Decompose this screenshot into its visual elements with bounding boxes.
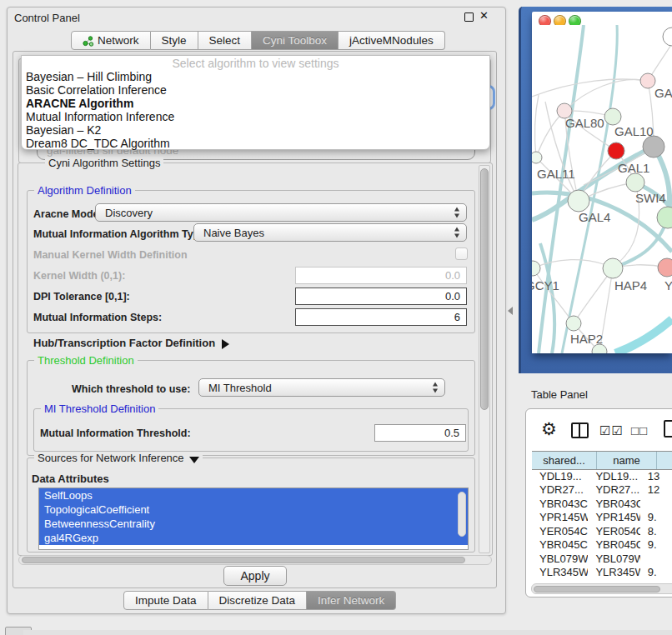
network-node-swi4[interactable] [657,207,672,228]
column-header-shared[interactable]: shared... [532,452,597,469]
mi-threshold-field[interactable]: 0.5 [374,424,466,442]
table-cell: YIL052C [532,579,588,582]
column-header-name[interactable]: name [597,452,657,469]
apply-button[interactable]: Apply [223,566,287,586]
table-row[interactable]: YLR345WYLR345W9. [532,566,672,580]
tab-label: Impute Data [135,594,197,607]
network-node-unlabeled[interactable] [643,136,664,158]
column-header-a[interactable]: A [657,452,672,469]
table-row[interactable]: YBR045CYBR045C9. [532,538,672,552]
table-hscrollbar-thumb[interactable] [534,586,660,592]
table-panel: ⚙ ☑☑ □□ shared...nameA YDL19...YDL19...1… [525,408,672,598]
kernel-width-label: Kernel Width (0,1): [33,270,125,282]
node-label-gal1: GAL1 [618,161,649,175]
algorithm-option-mutual-information-inference[interactable]: Mutual Information Inference [22,110,489,123]
table-row[interactable]: YBL079WYBL079W [532,552,672,566]
dpi-tolerance-field[interactable]: 0.0 [295,288,467,305]
tab-discretize-data[interactable]: Discretize Data [208,591,308,610]
mi-type-label: Mutual Information Algorithm Type: [33,228,208,240]
popup-placeholder: Select algorithm to view settings [22,57,489,70]
columns-icon[interactable] [571,422,589,438]
network-canvas[interactable]: GALGAL80GAL10GAL1GAL11SWI4GAL4GCY1HAP4YH… [532,25,672,353]
kernel-width-field[interactable]: 0.0 [295,267,467,284]
unchecked-pair-icon[interactable]: □□ [631,423,648,438]
node-label-gal4: GAL4 [579,210,610,224]
control-panel: Control Panel ✕ NetworkStyleSelectCyni T… [7,7,506,614]
mi-steps-field[interactable]: 6 [295,308,467,326]
table-row[interactable]: YER054CYER054C8. [532,524,672,538]
mi-type-combo[interactable]: Naive Bayes [193,223,467,242]
network-node-unlabeled[interactable] [663,28,672,46]
tab-select[interactable]: Select [198,31,253,50]
table-cell: YDL19... [588,469,639,483]
network-node-gal4[interactable] [568,190,589,212]
cyni-bottom-tabs: Impute DataDiscretize DataInfer Network [123,591,396,610]
aracne-mode-combo[interactable]: Discovery [95,203,467,222]
network-node-unlabeled[interactable] [608,142,624,159]
tab-impute-data[interactable]: Impute Data [123,591,208,610]
settings-group-title: Cyni Algorithm Settings [45,157,163,169]
network-node-gal[interactable] [640,73,655,88]
float-window-icon[interactable] [464,12,474,22]
network-node-gcy1[interactable] [532,261,540,276]
network-node-y[interactable] [658,258,672,277]
gear-icon[interactable]: ⚙ [541,419,557,439]
which-threshold-combo[interactable]: MI Threshold [198,378,445,397]
sources-title[interactable]: Sources for Network Inference [34,452,203,464]
collapsed-arrow-icon [222,339,229,349]
attribute-item-betweennesscentrality[interactable]: BetweennessCentrality [39,517,468,531]
table-row[interactable]: YDL19...YDL19...13 [532,469,672,483]
table-row[interactable]: YDR27...YDR27...12 [532,483,672,498]
tab-label: Style [162,34,187,47]
table-row[interactable]: YIL052CYIL052C9. [532,579,672,582]
document-icon[interactable] [664,420,672,438]
settings-scrollbar[interactable] [479,165,490,553]
settings-hscrollbar[interactable] [18,555,492,565]
algorithm-dropdown-list: Select algorithm to view settingsBayesia… [21,55,490,150]
table-cell [640,497,672,511]
attribute-item-topologicalcoefficient[interactable]: TopologicalCoefficient [39,502,468,517]
close-icon[interactable]: ✕ [479,9,489,22]
manual-kernel-checkbox[interactable] [455,248,468,260]
network-node-gal1[interactable] [626,173,644,192]
table-cell: YER054C [588,524,639,538]
node-label-gcy1: GCY1 [532,278,559,292]
algorithm-option-basic-correlation-inference[interactable]: Basic Correlation Inference [22,83,489,97]
table-cell: YPR145W [588,511,639,525]
tab-jactivemnodules[interactable]: jActiveMNodules [339,31,445,50]
attributes-scrollbar-thumb[interactable] [458,492,466,537]
table-cell: YBR043C [588,497,639,511]
hub-definition-toggle[interactable]: Hub/Transcription Factor Definition [33,337,229,349]
tab-cyni-toolbox[interactable]: Cyni Toolbox [252,31,339,50]
algorithm-option-bayesian-hill-climbing[interactable]: Bayesian – Hill Climbing [22,70,489,83]
table-row[interactable]: YBR043CYBR043C [532,497,672,511]
dpi-tolerance-label: DPI Tolerance [0,1]: [33,291,130,302]
table-hscrollbar[interactable] [531,583,672,594]
algorithm-option-aracne-algorithm[interactable]: ARACNE Algorithm [22,97,489,110]
tab-style[interactable]: Style [151,31,198,50]
table-cell: YIL052C [588,579,639,582]
threshold-definition-title: Threshold Definition [34,354,138,367]
tab-infer-network[interactable]: Infer Network [307,591,396,610]
attribute-item-selfloops[interactable]: SelfLoops [39,488,468,502]
table-cell: YDL19... [532,469,588,483]
algorithm-option-bayesian-k2[interactable]: Bayesian – K2 [22,123,489,137]
network-node-hap2[interactable] [566,316,581,331]
table-cell: 9. [640,511,672,525]
settings-scrollbar-thumb[interactable] [480,168,489,410]
network-node-gal11[interactable] [532,152,542,163]
aracne-mode-value: Discovery [105,207,153,219]
tab-network[interactable]: Network [71,31,151,50]
algorithm-option-dream8-dc-tdc-algorithm[interactable]: Dream8 DC_TDC Algorithm [22,137,489,150]
data-attributes-list[interactable]: SelfLoopsTopologicalCoefficientBetweenne… [38,488,469,550]
split-pane-collapse-icon[interactable] [508,307,513,315]
mi-type-value: Naive Bayes [203,227,264,239]
network-node-hap4[interactable] [603,258,623,278]
node-label-gal80: GAL80 [565,116,604,130]
attribute-item-gal4rgexp[interactable]: gal4RGexp [39,531,468,545]
table-row[interactable]: YPR145WYPR145W9. [532,511,672,525]
checked-pair-icon[interactable]: ☑☑ [599,423,624,438]
tab-label: Infer Network [318,594,384,607]
network-node-gal10[interactable] [604,108,621,125]
settings-hscrollbar-thumb[interactable] [22,557,465,563]
